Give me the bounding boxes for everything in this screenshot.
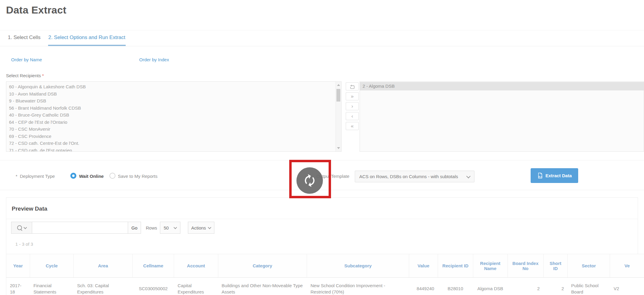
svg-text:XLS: XLS (538, 176, 543, 178)
output-template-value: ACS on Rows, DSBs on Columns - with subt… (359, 174, 458, 179)
column-header[interactable]: Category (218, 254, 307, 278)
list-item[interactable]: 71 - CSD cath. de l'Est ontarien (6, 147, 341, 152)
column-header[interactable]: Ve (610, 254, 644, 278)
chevron-down-icon (173, 226, 177, 229)
search-icon (17, 225, 22, 230)
table-cell: 2017-18 (6, 278, 30, 295)
table-cell: Algoma DSB (473, 278, 508, 295)
rows-label: Rows (146, 225, 157, 230)
available-recipients-listbox[interactable]: 60 - Algonquin & Lakeshore Cath DSB10 - … (6, 81, 342, 152)
data-extract-page: { "page_title": "Data Extract", "tabs": … (0, 0, 644, 295)
extract-data-label: Extract Data (545, 173, 572, 178)
list-item[interactable]: 60 - Algonquin & Lakeshore Cath DSB (6, 83, 341, 90)
column-header[interactable]: Cellname (133, 254, 174, 278)
column-header[interactable]: Cycle (30, 254, 73, 278)
wait-online-radio[interactable] (70, 173, 76, 179)
rows-value: 50 (164, 225, 169, 230)
deployment-type-label: Deployment Type (20, 174, 55, 179)
column-header[interactable]: Recipient ID (438, 254, 473, 278)
scrollbar-thumb[interactable] (336, 89, 340, 102)
column-header[interactable]: Subcategory (307, 254, 409, 278)
list-item[interactable]: 72 - CSD cath. Centre-Est de l'Ont. (6, 140, 341, 147)
shuttle-move-all-button[interactable]: » (346, 92, 359, 100)
chevron-down-icon (23, 226, 27, 229)
table-cell: V2 (610, 278, 644, 295)
column-header[interactable]: Year (6, 254, 30, 278)
selected-recipients-listbox[interactable]: 2 - Algoma DSB (360, 81, 644, 152)
save-to-my-reports-label[interactable]: Save to My Reports (118, 174, 158, 179)
scroll-up-icon[interactable] (337, 84, 340, 86)
list-item[interactable]: 69 - CSC Providence (6, 133, 341, 140)
preview-data-table: YearCycleAreaCellnameAccountCategorySubc… (6, 254, 644, 295)
list-item[interactable]: 56 - Brant Haldimand Norfolk CDSB (6, 105, 341, 112)
shuttle-reset-button[interactable] (346, 82, 359, 90)
list-item[interactable]: 70 - CSC MonAvenir (6, 126, 341, 133)
wait-online-label[interactable]: Wait Online (79, 174, 104, 179)
column-header[interactable]: Short ID (543, 254, 568, 278)
tab-select-options[interactable]: 2. Select Options and Run Extract (48, 30, 126, 46)
table-body: 2017-18Financial StatementsSch. 03: Capi… (6, 278, 644, 295)
list-item[interactable]: 2 - Algoma DSB (360, 82, 644, 90)
divider (6, 219, 638, 219)
list-item[interactable]: 40 - Bruce-Grey Catholic DSB (6, 111, 341, 119)
listbox-scrollbar[interactable] (336, 82, 341, 151)
table-cell: 8449240 (409, 278, 438, 295)
shuttle-remove-all-button[interactable]: « (346, 122, 359, 130)
output-template-select[interactable]: ACS on Rows, DSBs on Columns - with subt… (355, 171, 474, 182)
order-by-index-link[interactable]: Order by Index (139, 57, 169, 62)
column-header[interactable]: Account (174, 254, 218, 278)
shuttle-move-button[interactable]: › (346, 102, 359, 110)
column-header[interactable]: Recipient Name (473, 254, 508, 278)
search-dropdown-button[interactable] (11, 222, 32, 234)
extract-data-button[interactable]: XLS Extract Data (531, 168, 578, 183)
column-header[interactable]: Area (74, 254, 133, 278)
wizard-tabs: 1. Select Cells 2. Select Options and Ru… (0, 30, 644, 46)
list-item[interactable]: 9 - Bluewater DSB (6, 97, 341, 105)
table-header-row: YearCycleAreaCellnameAccountCategorySubc… (6, 254, 644, 278)
list-item[interactable]: 64 - CEP de l'Est de l'Ontario (6, 119, 341, 126)
table-row: 2017-18Financial StatementsSch. 03: Capi… (6, 278, 644, 295)
select-recipients-label: Select Recipients * (6, 73, 44, 78)
selected-recipients-list: 2 - Algoma DSB (360, 82, 644, 90)
available-recipients-list: 60 - Algonquin & Lakeshore Cath DSB10 - … (6, 82, 341, 152)
save-to-my-reports-radio[interactable] (109, 173, 115, 179)
scroll-down-icon[interactable] (337, 147, 340, 149)
required-marker: * (16, 174, 17, 179)
page-title: Data Extract (6, 4, 66, 16)
shuttle-controls: » › ‹ « (346, 82, 359, 130)
required-marker: * (42, 73, 44, 78)
tab-select-cells[interactable]: 1. Select Cells (8, 30, 41, 46)
list-item[interactable]: 10 - Avon Maitland DSB (6, 90, 341, 98)
shuttle-reset-icon (346, 85, 358, 90)
table-cell: B28010 (438, 278, 473, 295)
column-header[interactable]: Sector (568, 254, 610, 278)
xls-file-icon: XLS (537, 172, 543, 179)
order-by-name-link[interactable]: Order by Name (11, 57, 42, 62)
table-cell: 2 (508, 278, 543, 295)
table-cell: Sch. 03: Capital Expenditures (74, 278, 133, 295)
table-cell: Capital Expenditures (174, 278, 218, 295)
column-header[interactable]: Value (409, 254, 438, 278)
report-toolbar: Go Rows 50 Actions (11, 222, 214, 234)
rows-select[interactable]: 50 (160, 222, 180, 234)
table-cell: Financial Statements (30, 278, 73, 295)
table-cell: Buildings and Other Non-Moveable Type As… (218, 278, 307, 295)
column-header[interactable]: Board Index No (508, 254, 543, 278)
preview-data-title: Preview Data (12, 205, 47, 212)
actions-label: Actions (191, 225, 206, 230)
actions-menu-button[interactable]: Actions (188, 222, 214, 234)
pagination-text: 1 - 3 of 3 (15, 242, 33, 247)
table-cell: SC030050002 (133, 278, 174, 295)
annotation-highlight-box (289, 160, 331, 198)
table-cell: New School Condition Improvement - Restr… (307, 278, 409, 295)
select-recipients-label-text: Select Recipients (6, 73, 41, 78)
chevron-down-icon (208, 226, 211, 229)
table-cell: 2 (543, 278, 568, 295)
go-button[interactable]: Go (128, 222, 141, 234)
shuttle-remove-button[interactable]: ‹ (346, 112, 359, 120)
table-cell: Public School Board (568, 278, 610, 295)
search-input[interactable] (32, 222, 128, 234)
chevron-down-icon (466, 174, 471, 178)
